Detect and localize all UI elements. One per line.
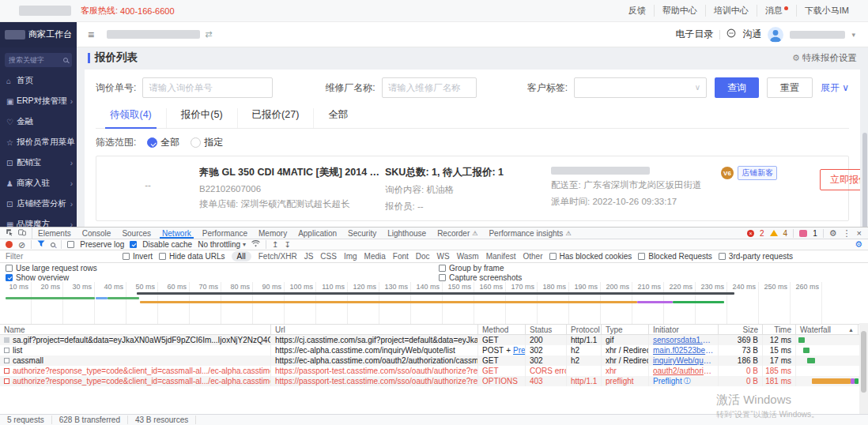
devtools-scrollbar[interactable] — [859, 323, 868, 415]
more-options-icon[interactable]: ⋮ — [843, 228, 851, 239]
preflight-link[interactable]: Preflight — [513, 346, 526, 355]
topbar-link[interactable]: 下载小马IM — [796, 5, 857, 17]
has-blocked-cookies-checkbox[interactable]: Has blocked cookies — [549, 252, 632, 261]
hide-data-urls-checkbox[interactable]: Hide data URLs — [159, 252, 225, 261]
sidebar-item[interactable]: ⊡ 配销宝 › — [0, 152, 77, 173]
network-filter-input[interactable] — [6, 252, 116, 261]
devtools-tab[interactable]: Sources⚠ — [116, 228, 157, 239]
column-time[interactable]: Time — [763, 325, 796, 334]
disable-cache-checkbox[interactable] — [130, 241, 137, 248]
special-quote-settings-link[interactable]: ⚙ 特殊报价设置 — [792, 52, 857, 64]
quote-status-tab[interactable]: 已报价(27) — [237, 108, 314, 128]
sidebar-item[interactable]: ▦ 品牌魔方 › — [0, 214, 77, 227]
chat-link[interactable]: 沟通 — [742, 28, 761, 41]
issues-icon[interactable] — [799, 230, 807, 237]
search-network-icon[interactable] — [51, 243, 55, 247]
network-overview-timeline[interactable]: 10 ms20 ms30 ms40 ms50 ms60 ms70 ms80 ms… — [0, 282, 868, 325]
column-initiator[interactable]: Initiator — [649, 325, 719, 334]
network-settings-gear-icon[interactable]: ⚙ — [855, 239, 862, 250]
garage-name-input[interactable] — [382, 77, 477, 98]
import-har-icon[interactable]: ↥ — [272, 240, 278, 249]
devtools-tab[interactable]: Application⚠ — [292, 228, 342, 239]
sidebar-item[interactable]: ♟ 商家入驻 › — [0, 173, 77, 194]
topbar-link[interactable]: 帮助中心 — [654, 5, 705, 17]
devtools-tab[interactable]: Network⚠ — [157, 228, 197, 239]
initiator-link[interactable]: oauth2/authorization/cass... — [653, 367, 714, 375]
request-type-filter[interactable]: CSS — [320, 252, 337, 261]
expand-link[interactable]: 展开 ∨ — [821, 81, 849, 95]
quote-status-tab[interactable]: 全部 — [313, 108, 362, 128]
close-devtools-icon[interactable]: × — [857, 228, 862, 238]
show-overview-checkbox[interactable]: Show overview — [6, 273, 69, 282]
column-status[interactable]: Status — [526, 325, 567, 334]
network-request-row[interactable]: cassmall https://ec-alpha.casstime.com/o… — [0, 355, 868, 366]
group-by-frame-checkbox[interactable]: Group by frame — [439, 264, 504, 273]
capture-screenshots-checkbox[interactable]: Capture screenshots — [439, 273, 522, 282]
column-size[interactable]: Size — [719, 325, 763, 334]
hamburger-menu-icon[interactable]: ≡ — [88, 28, 94, 41]
request-type-filter[interactable]: WS — [437, 252, 450, 261]
column-method[interactable]: Method — [478, 325, 526, 334]
request-type-filter[interactable]: Img — [344, 252, 357, 261]
network-conditions-icon[interactable] — [251, 240, 260, 249]
initiator-link[interactable]: sensorsdata1.19.4.min.js:1 — [653, 336, 714, 344]
request-type-filter[interactable]: Font — [393, 252, 409, 261]
request-type-filter[interactable]: Fetch/XHR — [259, 252, 297, 261]
use-large-rows-checkbox[interactable]: Use large request rows — [6, 264, 97, 273]
user-avatar[interactable] — [768, 27, 783, 43]
devtools-tab[interactable]: Elements⚠ — [32, 228, 77, 239]
request-type-filter[interactable]: Other — [523, 252, 542, 261]
sidebar-item[interactable]: ☆ 报价员常用菜单 › — [0, 132, 77, 152]
column-name[interactable]: Name — [0, 325, 271, 334]
devtools-settings-icon[interactable]: ⚙ — [829, 228, 837, 239]
clear-network-log-icon[interactable]: ⊘ — [18, 241, 25, 249]
throttling-select[interactable]: No throttling▾ — [198, 240, 246, 249]
sidebar-item[interactable]: ⊡ 店铺经营分析 › — [0, 194, 77, 214]
customer-tag-select[interactable]: ∨ — [574, 77, 707, 98]
sidebar-item[interactable]: ▣ ERP对接管理 › — [0, 91, 77, 111]
devtools-tab[interactable]: Lighthouse⚠ — [382, 228, 432, 239]
request-type-filter[interactable]: Doc — [416, 252, 430, 261]
request-type-filter[interactable]: Media — [364, 252, 386, 261]
network-request-row[interactable]: sa.gif?project=default&data=eyJkaXN0aW5j… — [0, 335, 868, 345]
devtools-tab[interactable]: Recorder⚠ — [432, 228, 483, 239]
devtools-tab[interactable]: Security⚠ — [342, 228, 382, 239]
initiator-preflight-link[interactable]: Preflight — [653, 377, 682, 386]
request-type-filter[interactable]: Wasm — [457, 252, 479, 261]
topbar-link[interactable]: 培训中心 — [705, 5, 757, 17]
request-type-filter[interactable]: Manifest — [486, 252, 516, 261]
company-name-redacted[interactable] — [107, 30, 200, 39]
page-scrollbar[interactable] — [862, 133, 867, 227]
switch-account-icon[interactable]: ⇄ — [205, 29, 212, 39]
reset-button[interactable]: 重置 — [767, 77, 813, 98]
quote-status-tab[interactable]: 报价中(5) — [166, 108, 237, 128]
topbar-link[interactable]: 消息 — [757, 5, 796, 17]
sidebar-search-input[interactable] — [9, 56, 63, 64]
export-har-icon[interactable]: ↧ — [285, 240, 291, 249]
scope-radio-option[interactable]: 指定 — [191, 136, 223, 149]
inspect-element-icon[interactable] — [6, 228, 13, 238]
network-request-row[interactable]: authorize?response_type=code&client_id=c… — [0, 376, 868, 386]
invert-checkbox[interactable]: Invert — [123, 252, 153, 261]
column-waterfall[interactable]: Waterfall▲ — [796, 325, 859, 334]
catalog-link[interactable]: 电子目录 — [675, 28, 713, 41]
error-badge-icon[interactable]: × — [747, 230, 754, 237]
devtools-tab[interactable]: Performance insights⚠ — [483, 228, 576, 239]
topbar-link[interactable]: 反馈 — [621, 5, 654, 17]
filter-funnel-icon[interactable] — [37, 240, 45, 249]
blocked-requests-checkbox[interactable]: Blocked Requests — [638, 252, 712, 261]
quote-status-tab[interactable]: 待领取(4) — [96, 108, 166, 128]
warning-badge-icon[interactable] — [770, 230, 778, 236]
device-toolbar-icon[interactable] — [18, 228, 26, 238]
devtools-tab[interactable]: Memory⚠ — [253, 228, 292, 239]
inquiry-no-input[interactable] — [142, 77, 273, 98]
third-party-requests-checkbox[interactable]: 3rd-party requests — [719, 252, 793, 261]
network-request-row[interactable]: authorize?response_type=code&client_id=c… — [0, 366, 868, 376]
scope-radio-option[interactable]: 全部 — [147, 136, 179, 149]
sidebar-item[interactable]: ♡ 金融 › — [0, 111, 77, 132]
request-type-filter[interactable]: All — [232, 251, 251, 261]
column-protocol[interactable]: Protocol — [567, 325, 602, 334]
network-request-row[interactable]: list https://ec-alpha.casstime.com/inqui… — [0, 345, 868, 355]
initiator-link[interactable]: inquiryWeb/quote/list — [653, 356, 714, 365]
quote-now-button[interactable]: 立即报价 — [820, 169, 860, 190]
